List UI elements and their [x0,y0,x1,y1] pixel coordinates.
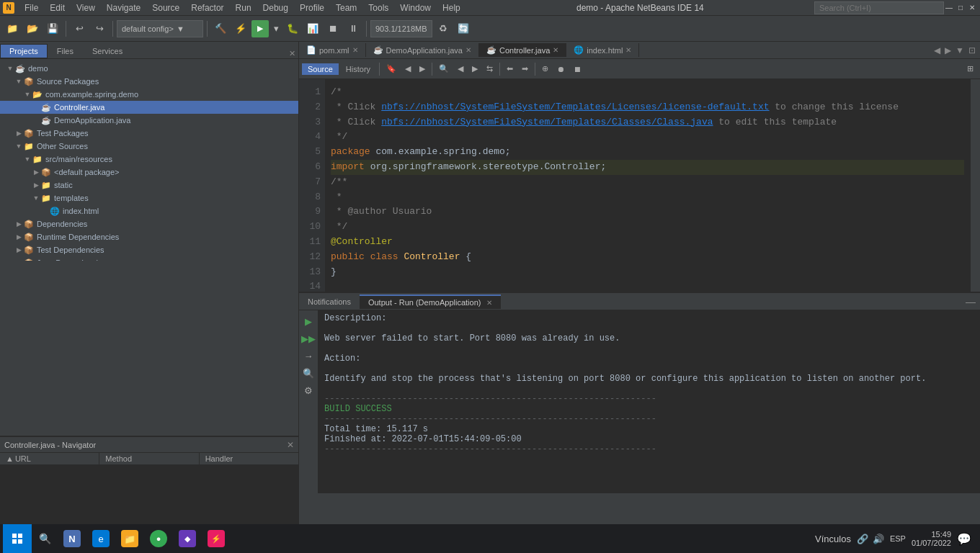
source-tab-button[interactable]: Source [302,63,339,75]
toggle-diff-button[interactable]: ⊕ [538,61,552,77]
tab-index-html[interactable]: 🌐 index.html ✕ [566,43,639,57]
tree-item-java-deps[interactable]: ▶ 📦 Java Dependencies [0,256,298,261]
menu-team[interactable]: Team [330,0,362,15]
tree-item-source-packages[interactable]: ▼ 📦 Source Packages [0,75,298,88]
profile-button[interactable]: 📊 [303,19,322,38]
run-button[interactable]: ▶ [251,20,269,37]
close-button[interactable]: ✕ [967,3,977,13]
tab-next-button[interactable]: ▶ [943,45,953,55]
expand-button[interactable]: ⊞ [963,61,977,77]
navigator-close-button[interactable]: ✕ [287,440,294,450]
toggle-bookmarks-button[interactable]: 🔖 [383,61,400,77]
notifications-button[interactable]: 💬 [957,532,971,546]
run-dropdown-button[interactable]: ▾ [270,19,282,38]
menu-source[interactable]: Source [146,0,185,15]
tree-item-default-package[interactable]: ▶ 📦 <default package> [0,166,298,179]
tree-item-test-deps[interactable]: ▶ 📦 Test Dependencies [0,243,298,256]
taskbar-icon-app2[interactable]: ◆ [173,524,202,553]
menu-profile[interactable]: Profile [294,0,330,15]
tab-controller-java[interactable]: ☕ Controller.java ✕ [479,43,566,57]
tree-item-src-main-resources[interactable]: ▼ 📁 src/main/resources [0,153,298,166]
tree-item-package[interactable]: ▼ 📂 com.example.spring.demo [0,88,298,101]
minimize-button[interactable]: — [944,3,954,13]
output-content[interactable]: Description: Web server failed to start.… [318,310,980,493]
tab-files[interactable]: Files [48,44,83,58]
panel-close-button[interactable]: ✕ [286,49,298,58]
tab-prev-button[interactable]: ◀ [932,45,942,55]
tab-services[interactable]: Services [83,44,132,58]
menu-view[interactable]: View [71,0,101,15]
tree-item-static[interactable]: ▶ 📁 static [0,179,298,192]
find-button[interactable]: 🔍 [435,61,453,77]
step-button[interactable]: → [300,348,316,364]
tab-close-demo[interactable]: ✕ [466,46,471,54]
new-project-button[interactable]: 📁 [3,19,22,38]
nav-col-handler[interactable]: Handler [200,453,298,464]
output-close-button[interactable]: — [961,296,980,307]
save-all-button[interactable]: 💾 [43,19,62,38]
menu-refactor[interactable]: Refactor [185,0,229,15]
tab-pom-xml[interactable]: 📄 pom.xml ✕ [299,43,366,57]
stop-macro-button[interactable]: ⏹ [570,61,585,77]
find-next-button[interactable]: ▶ [468,61,481,77]
taskbar-search[interactable]: 🔍 [32,524,58,553]
tab-list-button[interactable]: ▼ [954,45,966,55]
tree-item-index-html[interactable]: 🌐 index.html [0,204,298,217]
history-tab-button[interactable]: History [340,63,376,75]
build-button[interactable]: 🔨 [211,19,230,38]
pause-button[interactable]: ⏸ [344,19,362,38]
tab-notifications[interactable]: Notifications [299,295,360,308]
next-bookmark-button[interactable]: ▶ [416,61,429,77]
next-occurrence-button[interactable]: ➡ [518,61,532,77]
memory-indicator[interactable]: 903.1/1218MB [370,20,432,37]
maximize-button[interactable]: □ [956,3,966,13]
tree-item-demo[interactable]: ▼ ☕ demo [0,62,298,75]
tab-run-output[interactable]: Output - Run (DemoApplication) ✕ [360,295,501,309]
menu-run[interactable]: Run [230,0,257,15]
prev-occurrence-button[interactable]: ⬅ [503,61,517,77]
taskbar-icon-explorer[interactable]: 📁 [115,524,144,553]
filter-button[interactable]: ⚙ [300,382,316,398]
nav-col-method[interactable]: Method [99,453,199,464]
stop-button[interactable]: ⏹ [324,19,342,38]
debug-button[interactable]: 🐛 [283,19,302,38]
menu-window[interactable]: Window [394,0,437,15]
toggle-find-button[interactable]: ⇆ [483,61,496,77]
gc-button[interactable]: ♻ [434,19,453,38]
menu-tools[interactable]: Tools [362,0,394,15]
taskbar-icon-netbeans[interactable]: N [58,524,86,553]
tree-item-other-sources[interactable]: ▼ 📁 Other Sources [0,140,298,153]
tab-projects[interactable]: Projects [0,44,48,58]
start-macro-button[interactable]: ⏺ [553,61,569,77]
clean-build-button[interactable]: ⚡ [231,19,250,38]
tab-close-controller[interactable]: ✕ [553,46,558,54]
tree-item-runtime-deps[interactable]: ▶ 📦 Runtime Dependencies [0,230,298,243]
menu-navigate[interactable]: Navigate [101,0,146,15]
open-project-button[interactable]: 📂 [23,19,42,38]
menu-file[interactable]: File [19,0,44,15]
tab-close-pom[interactable]: ✕ [352,46,358,54]
tree-item-controller-java[interactable]: ☕ Controller.java [0,101,298,114]
tree-item-templates[interactable]: ▼ 📁 templates [0,192,298,204]
code-content[interactable]: /* * Click nbfs://nbhost/SystemFileSyste… [325,79,970,292]
start-button[interactable] [3,524,32,553]
tree-item-dependencies[interactable]: ▶ 📦 Dependencies [0,217,298,230]
find-prev-button[interactable]: ◀ [454,61,467,77]
prev-bookmark-button[interactable]: ◀ [401,61,414,77]
license-link[interactable]: nbfs://nbhost/SystemFileSystem/Templates… [381,102,769,112]
tree-item-test-packages[interactable]: ▶ 📦 Test Packages [0,127,298,140]
config-dropdown[interactable]: default config> ▼ [117,20,203,37]
nav-col-url[interactable]: ▲ URL [0,453,99,464]
redo-button[interactable]: ↪ [90,19,109,38]
tab-demo-application[interactable]: ☕ DemoApplication.java ✕ [366,43,479,57]
output-tab-close-button[interactable]: ✕ [486,299,492,307]
tab-expand-button[interactable]: ⊡ [967,45,977,55]
menu-edit[interactable]: Edit [44,0,71,15]
taskbar-icon-app3[interactable]: ⚡ [202,524,231,553]
rerun-button[interactable]: ▶ [300,313,316,329]
menu-help[interactable]: Help [437,0,466,15]
class-link[interactable]: nbfs://nbhost/SystemFileSystem/Templates… [381,117,713,127]
menu-debug[interactable]: Debug [257,0,294,15]
global-search-input[interactable] [814,1,944,14]
tab-close-index[interactable]: ✕ [625,46,631,54]
